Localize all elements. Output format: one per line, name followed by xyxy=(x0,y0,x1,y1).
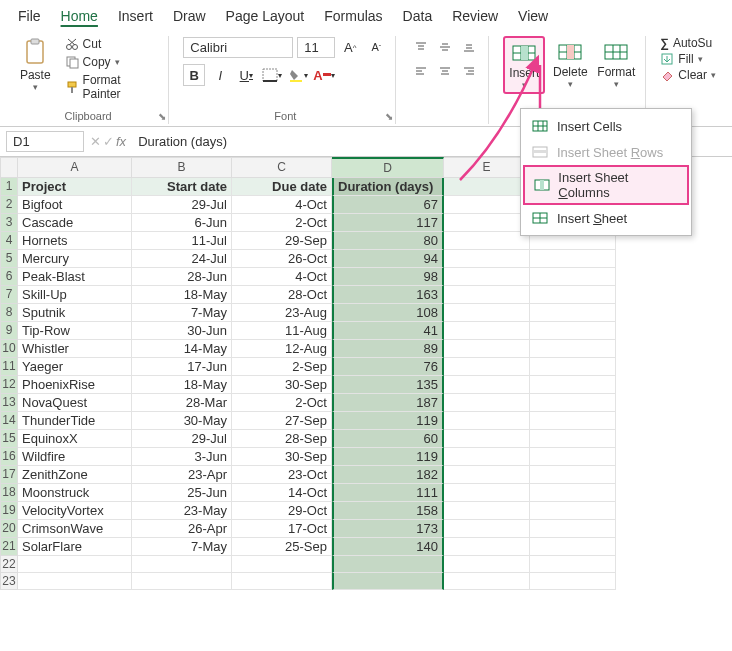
enter-formula-icon[interactable]: ✓ xyxy=(103,134,114,149)
increase-font-icon[interactable]: A^ xyxy=(339,36,361,58)
row-header[interactable]: 11 xyxy=(0,358,18,376)
format-painter-button[interactable]: Format Painter xyxy=(63,72,161,102)
row-header[interactable]: 10 xyxy=(0,340,18,358)
column-header-E[interactable]: E xyxy=(444,157,530,178)
menu-insert-columns[interactable]: Insert Sheet Columns xyxy=(523,165,689,205)
font-color-button[interactable]: A▾ xyxy=(313,64,335,86)
row-header[interactable]: 3 xyxy=(0,214,18,232)
row-header[interactable]: 2 xyxy=(0,196,18,214)
cell xyxy=(332,556,444,573)
tab-data[interactable]: Data xyxy=(393,4,443,28)
fill-button[interactable]: Fill▾ xyxy=(660,52,716,66)
align-center-button[interactable] xyxy=(434,60,456,82)
tab-view[interactable]: View xyxy=(508,4,558,28)
svg-rect-7 xyxy=(70,59,78,68)
row-header[interactable]: 6 xyxy=(0,268,18,286)
cell xyxy=(444,394,530,412)
row-header[interactable]: 13 xyxy=(0,394,18,412)
cell: 6-Jun xyxy=(132,214,232,232)
chevron-down-icon: ▾ xyxy=(614,79,619,89)
cell xyxy=(444,250,530,268)
insert-sheet-icon xyxy=(531,210,549,226)
delete-button[interactable]: Delete ▾ xyxy=(549,36,591,94)
row-header[interactable]: 1 xyxy=(0,178,18,196)
tab-page-layout[interactable]: Page Layout xyxy=(216,4,315,28)
format-button[interactable]: Format ▾ xyxy=(595,36,637,94)
align-top-button[interactable] xyxy=(410,36,432,58)
cell xyxy=(332,573,444,590)
clear-label: Clear xyxy=(678,68,707,82)
row-header[interactable]: 22 xyxy=(0,556,18,573)
font-name-select[interactable]: Calibri xyxy=(183,37,293,58)
cell: 135 xyxy=(332,376,444,394)
cell: 41 xyxy=(332,322,444,340)
fill-color-button[interactable]: ▾ xyxy=(287,64,309,86)
fill-down-icon xyxy=(660,53,674,65)
clear-button[interactable]: Clear▾ xyxy=(660,68,716,82)
row-header[interactable]: 14 xyxy=(0,412,18,430)
cell xyxy=(530,448,616,466)
column-header-D[interactable]: D xyxy=(332,157,444,178)
cell: 173 xyxy=(332,520,444,538)
italic-button[interactable]: I xyxy=(209,64,231,86)
cell: 17-Jun xyxy=(132,358,232,376)
borders-button[interactable]: ▾ xyxy=(261,64,283,86)
column-header-C[interactable]: C xyxy=(232,157,332,178)
row-header[interactable]: 18 xyxy=(0,484,18,502)
row-header[interactable]: 23 xyxy=(0,573,18,590)
decrease-font-icon[interactable]: Aˇ xyxy=(365,36,387,58)
tab-formulas[interactable]: Formulas xyxy=(314,4,392,28)
fx-icon[interactable]: fx xyxy=(116,134,126,149)
align-bottom-button[interactable] xyxy=(458,36,480,58)
row-header[interactable]: 16 xyxy=(0,448,18,466)
tab-draw[interactable]: Draw xyxy=(163,4,216,28)
row-header[interactable]: 17 xyxy=(0,466,18,484)
row-header[interactable]: 7 xyxy=(0,286,18,304)
row-header[interactable]: 15 xyxy=(0,430,18,448)
menu-insert-sheet[interactable]: Insert Sheet xyxy=(521,205,691,231)
cell xyxy=(18,573,132,590)
align-left-button[interactable] xyxy=(410,60,432,82)
dialog-launcher-icon[interactable]: ⬊ xyxy=(158,111,166,122)
tab-review[interactable]: Review xyxy=(442,4,508,28)
cell xyxy=(530,556,616,573)
copy-label: Copy xyxy=(83,55,111,69)
cell xyxy=(530,520,616,538)
row-header[interactable]: 5 xyxy=(0,250,18,268)
row-header[interactable]: 12 xyxy=(0,376,18,394)
menu-insert-cells[interactable]: Insert Cells xyxy=(521,113,691,139)
column-header-B[interactable]: B xyxy=(132,157,232,178)
select-all-corner[interactable] xyxy=(0,157,18,178)
tab-insert[interactable]: Insert xyxy=(108,4,163,28)
font-size-select[interactable]: 11 xyxy=(297,37,335,58)
name-box[interactable]: D1 xyxy=(6,131,84,152)
copy-button[interactable]: Copy ▾ xyxy=(63,54,161,70)
underline-button[interactable]: U▾ xyxy=(235,64,257,86)
cut-label: Cut xyxy=(83,37,102,51)
autosum-button[interactable]: ∑ AutoSu xyxy=(660,36,716,50)
dialog-launcher-icon[interactable]: ⬊ xyxy=(385,111,393,122)
row-header[interactable]: 9 xyxy=(0,322,18,340)
cell xyxy=(530,340,616,358)
tab-file[interactable]: File xyxy=(8,4,51,28)
format-painter-label: Format Painter xyxy=(83,73,159,101)
insert-dropdown-menu: Insert Cells Insert Sheet Rows Insert Sh… xyxy=(520,108,692,236)
cut-button[interactable]: Cut xyxy=(63,36,161,52)
bold-button[interactable]: B xyxy=(183,64,205,86)
cell xyxy=(530,250,616,268)
cell: Mercury xyxy=(18,250,132,268)
row-header[interactable]: 19 xyxy=(0,502,18,520)
cancel-formula-icon[interactable]: ✕ xyxy=(90,134,101,149)
row-header[interactable]: 21 xyxy=(0,538,18,556)
paste-button[interactable]: Paste ▾ xyxy=(16,36,55,110)
insert-button[interactable]: Insert ▾ xyxy=(503,36,545,94)
cell: 108 xyxy=(332,304,444,322)
column-header-A[interactable]: A xyxy=(18,157,132,178)
tab-home[interactable]: Home xyxy=(51,4,108,28)
align-middle-button[interactable] xyxy=(434,36,456,58)
row-header[interactable]: 8 xyxy=(0,304,18,322)
row-header[interactable]: 20 xyxy=(0,520,18,538)
align-right-button[interactable] xyxy=(458,60,480,82)
cell: 2-Oct xyxy=(232,394,332,412)
row-header[interactable]: 4 xyxy=(0,232,18,250)
